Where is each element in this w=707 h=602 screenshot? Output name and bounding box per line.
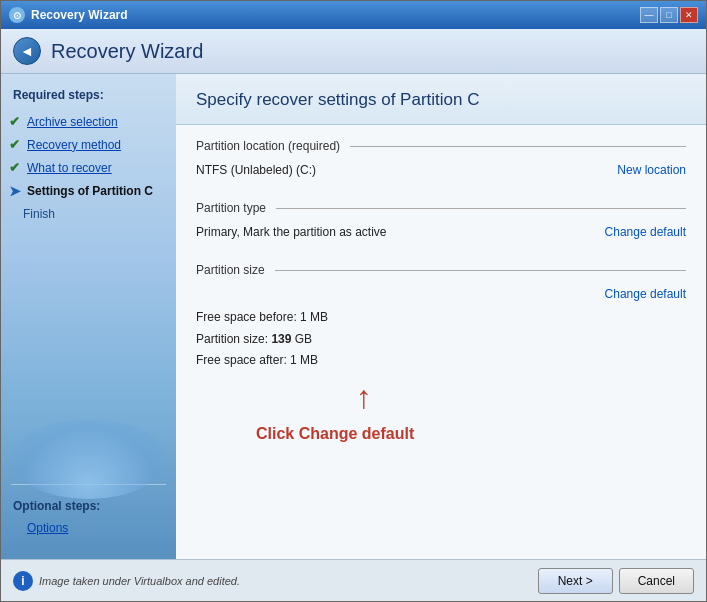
partition-location-row: NTFS (Unlabeled) (C:) New location — [196, 159, 686, 181]
archive-selection-link[interactable]: Archive selection — [27, 115, 118, 129]
back-button[interactable]: ◄ — [13, 37, 41, 65]
settings-partition-c-label: Settings of Partition C — [27, 184, 153, 198]
partition-location-value: NTFS (Unlabeled) (C:) — [196, 163, 316, 177]
partition-size-row: Partition size: 139 GB — [196, 329, 686, 351]
sidebar-item-archive-selection[interactable]: ✔ Archive selection — [1, 110, 176, 133]
cancel-button[interactable]: Cancel — [619, 568, 694, 594]
partition-size-unit: GB — [291, 332, 312, 346]
new-location-link[interactable]: New location — [617, 163, 686, 177]
partition-location-title: Partition location (required) — [196, 139, 686, 153]
title-bar: ⊙ Recovery Wizard — □ ✕ — [1, 1, 706, 29]
content-area: Required steps: ✔ Archive selection ✔ Re… — [1, 74, 706, 559]
recovery-method-link[interactable]: Recovery method — [27, 138, 121, 152]
footer: i Image taken under Virtualbox and edite… — [1, 559, 706, 601]
sidebar-item-options[interactable]: Options — [1, 517, 176, 539]
change-default-link-size[interactable]: Change default — [605, 287, 686, 301]
footer-buttons: Next > Cancel — [538, 568, 694, 594]
window-title: Recovery Wizard — [31, 8, 128, 22]
partition-size-prefix: Partition size: — [196, 332, 271, 346]
annotation-group: ↑ Click Change default — [196, 380, 686, 443]
partition-size-info: Free space before: 1 MB Partition size: … — [196, 307, 686, 372]
title-bar-controls: — □ ✕ — [640, 7, 698, 23]
what-to-recover-link[interactable]: What to recover — [27, 161, 112, 175]
annotation-arrow-icon: ↑ — [356, 380, 372, 415]
main-body: Partition location (required) NTFS (Unla… — [176, 125, 706, 559]
options-link[interactable]: Options — [27, 521, 68, 535]
sidebar-item-what-to-recover[interactable]: ✔ What to recover — [1, 156, 176, 179]
wizard-title: Recovery Wizard — [51, 40, 203, 63]
partition-location-section: Partition location (required) NTFS (Unla… — [196, 139, 686, 181]
minimize-button[interactable]: — — [640, 7, 658, 23]
partition-size-header-row: Change default — [196, 283, 686, 305]
free-after-label: Free space after: 1 MB — [196, 350, 686, 372]
free-before-label: Free space before: 1 MB — [196, 307, 686, 329]
main-panel: Specify recover settings of Partition C … — [176, 74, 706, 559]
finish-label: Finish — [23, 207, 55, 221]
window-icon: ⊙ — [9, 7, 25, 23]
partition-size-section: Partition size Change default Free space… — [196, 263, 686, 443]
sidebar-bottom: Optional steps: Options — [1, 476, 176, 559]
footer-text: Image taken under Virtualbox and edited. — [39, 575, 240, 587]
required-steps-label: Required steps: — [1, 74, 176, 110]
checkmark-icon: ✔ — [9, 114, 23, 129]
annotation-text: Click Change default — [256, 425, 414, 443]
main-header: Specify recover settings of Partition C — [176, 74, 706, 125]
partition-type-value: Primary, Mark the partition as active — [196, 225, 387, 239]
sidebar-item-recovery-method[interactable]: ✔ Recovery method — [1, 133, 176, 156]
maximize-button[interactable]: □ — [660, 7, 678, 23]
checkmark-icon: ✔ — [9, 137, 23, 152]
checkmark-icon: ✔ — [9, 160, 23, 175]
info-icon: i — [13, 571, 33, 591]
sidebar-item-settings-partition-c: ➤ Settings of Partition C — [1, 179, 176, 203]
sidebar-item-finish[interactable]: Finish — [1, 203, 176, 225]
change-default-link-type[interactable]: Change default — [605, 225, 686, 239]
partition-type-title: Partition type — [196, 201, 686, 215]
wizard-header: ◄ Recovery Wizard — [1, 29, 706, 74]
partition-size-value: 139 — [271, 332, 291, 346]
title-bar-left: ⊙ Recovery Wizard — [9, 7, 128, 23]
footer-info: i Image taken under Virtualbox and edite… — [13, 571, 530, 591]
sidebar: Required steps: ✔ Archive selection ✔ Re… — [1, 74, 176, 559]
close-button[interactable]: ✕ — [680, 7, 698, 23]
partition-size-title: Partition size — [196, 263, 686, 277]
next-button[interactable]: Next > — [538, 568, 613, 594]
partition-type-section: Partition type Primary, Mark the partiti… — [196, 201, 686, 243]
partition-type-row: Primary, Mark the partition as active Ch… — [196, 221, 686, 243]
sidebar-bubble-decoration — [11, 419, 166, 499]
main-window: ⊙ Recovery Wizard — □ ✕ ◄ Recovery Wizar… — [0, 0, 707, 602]
main-header-title: Specify recover settings of Partition C — [196, 90, 686, 110]
active-arrow-icon: ➤ — [9, 183, 23, 199]
